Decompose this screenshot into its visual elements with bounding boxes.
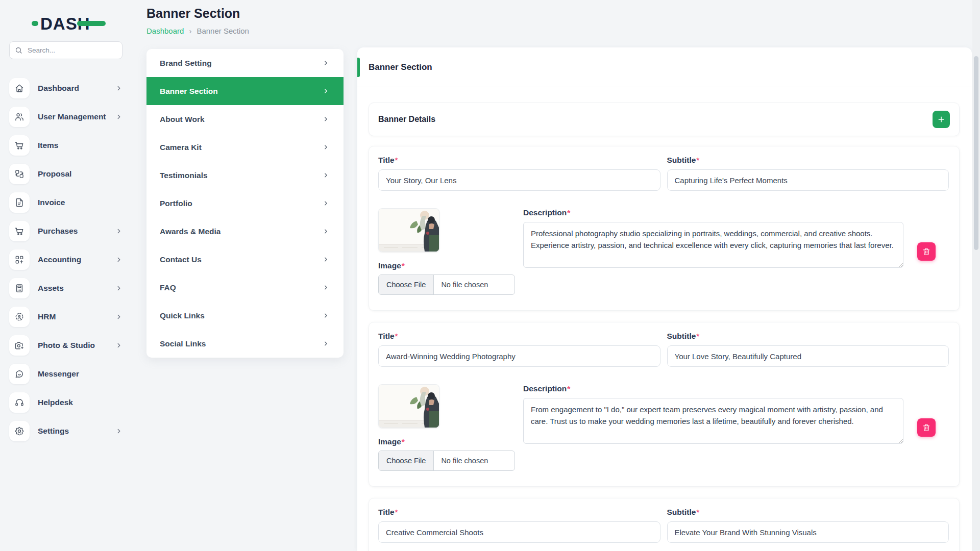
image-file-input[interactable]: Choose File No file chosen (378, 274, 515, 295)
sidebar-item-dashboard[interactable]: Dashboard (0, 74, 132, 103)
card-header: Banner Section (357, 47, 972, 87)
banner-subtitle-input[interactable] (667, 345, 949, 367)
logo-dash-icon (77, 21, 106, 26)
required-asterisk: * (395, 156, 398, 164)
hrm-icon (9, 307, 30, 327)
chevron-right-icon (115, 285, 122, 292)
app-logo[interactable]: DASH (32, 13, 106, 34)
sidebar-item-photo-studio[interactable]: Photo & Studio (0, 331, 132, 360)
menu-item-label: Quick Links (160, 311, 205, 320)
menu-item-brand-setting[interactable]: Brand Setting (146, 49, 344, 77)
breadcrumb-separator: › (189, 27, 191, 35)
sidebar-item-user-management[interactable]: User Management (0, 103, 132, 131)
banner-entry-2: Title* Subtitle* (369, 322, 960, 487)
banner-title-input[interactable] (378, 345, 660, 367)
sidebar-item-assets[interactable]: Assets (0, 274, 132, 303)
menu-item-social-links[interactable]: Social Links (146, 330, 344, 358)
scrollbar-thumb[interactable] (974, 56, 978, 250)
page-scrollbar[interactable] (972, 0, 980, 551)
sidebar-item-purchases[interactable]: Purchases (0, 217, 132, 245)
trash-icon (922, 247, 930, 256)
breadcrumb-dashboard-link[interactable]: Dashboard (146, 27, 184, 35)
sidebar-item-label: Photo & Studio (38, 341, 95, 350)
chevron-right-icon (323, 228, 329, 235)
banner-details-title: Banner Details (378, 115, 435, 124)
sidebar-nav: Dashboard User Management Items Proposal… (0, 74, 132, 445)
description-label: Description* (523, 208, 903, 217)
file-status-text: No file chosen (441, 281, 488, 289)
sidebar-item-messenger[interactable]: Messenger (0, 360, 132, 388)
chevron-right-icon (323, 144, 329, 151)
menu-item-about-work[interactable]: About Work (146, 105, 344, 133)
required-asterisk: * (567, 384, 570, 393)
menu-item-contact-us[interactable]: Contact Us (146, 245, 344, 273)
sidebar-item-settings[interactable]: Settings (0, 417, 132, 445)
delete-banner-button[interactable] (917, 242, 936, 261)
image-file-input[interactable]: Choose File No file chosen (378, 450, 515, 471)
search-box[interactable] (9, 41, 122, 59)
menu-item-label: Portfolio (160, 199, 192, 208)
choose-file-button[interactable]: Choose File (379, 275, 434, 294)
headphones-icon (9, 392, 30, 413)
menu-item-faq[interactable]: FAQ (146, 273, 344, 302)
chevron-right-icon (115, 113, 122, 120)
search-icon (15, 46, 22, 54)
sidebar-item-label: Messenger (38, 369, 79, 379)
banner-description-textarea[interactable]: Professional photography studio speciali… (523, 222, 903, 268)
chevron-right-icon (115, 256, 122, 263)
sidebar-item-label: User Management (38, 112, 106, 121)
menu-item-label: Camera Kit (160, 143, 202, 152)
menu-item-testimonials[interactable]: Testimonials (146, 161, 344, 189)
breadcrumb: Dashboard › Banner Section (146, 27, 249, 35)
menu-item-quick-links[interactable]: Quick Links (146, 302, 344, 330)
chevron-right-icon (115, 228, 122, 235)
menu-item-label: Social Links (160, 339, 206, 348)
sidebar-item-label: Accounting (38, 255, 81, 264)
camera-icon (9, 335, 30, 356)
search-input[interactable] (27, 46, 117, 55)
image-label: Image* (378, 437, 517, 446)
chevron-right-icon (323, 172, 329, 179)
subtitle-label: Subtitle* (667, 332, 949, 341)
menu-item-label: About Work (160, 115, 205, 124)
banner-subtitle-input[interactable] (667, 521, 949, 543)
banner-image-thumbnail (378, 384, 439, 428)
menu-item-portfolio[interactable]: Portfolio (146, 189, 344, 217)
sidebar-item-helpdesk[interactable]: Helpdesk (0, 388, 132, 417)
banner-subtitle-input[interactable] (667, 169, 949, 191)
menu-item-label: Contact Us (160, 255, 202, 264)
page-title: Banner Section (146, 6, 249, 21)
menu-item-camera-kit[interactable]: Camera Kit (146, 133, 344, 161)
banner-description-textarea[interactable]: From engagement to "I do," our expert te… (523, 398, 903, 444)
chevron-right-icon (323, 312, 329, 319)
required-asterisk: * (696, 332, 699, 340)
purchases-icon (9, 221, 30, 241)
section-menu: Brand Setting Banner Section About Work … (146, 49, 344, 358)
title-label: Title* (378, 508, 660, 517)
chevron-right-icon (323, 200, 329, 207)
menu-item-awards-media[interactable]: Awards & Media (146, 217, 344, 245)
banner-title-input[interactable] (378, 521, 660, 543)
sidebar-item-label: Assets (38, 284, 64, 293)
sidebar-item-label: Invoice (38, 198, 65, 207)
proposal-icon (9, 164, 30, 184)
banner-title-input[interactable] (378, 169, 660, 191)
sidebar-item-hrm[interactable]: HRM (0, 303, 132, 331)
menu-item-label: Testimonials (160, 171, 208, 180)
menu-item-label: Brand Setting (160, 59, 212, 68)
menu-item-label: FAQ (160, 283, 176, 292)
chevron-right-icon (323, 284, 329, 291)
trash-icon (922, 423, 930, 432)
delete-banner-button[interactable] (917, 418, 936, 437)
breadcrumb-current: Banner Section (197, 27, 249, 35)
add-banner-button[interactable] (933, 111, 950, 128)
chevron-right-icon (323, 88, 329, 94)
menu-item-banner-section[interactable]: Banner Section (146, 77, 344, 105)
choose-file-button[interactable]: Choose File (379, 451, 434, 470)
sidebar-item-invoice[interactable]: Invoice (0, 188, 132, 217)
sidebar-item-accounting[interactable]: Accounting (0, 245, 132, 274)
sidebar-item-items[interactable]: Items (0, 131, 132, 160)
chevron-right-icon (323, 60, 329, 66)
sidebar-item-proposal[interactable]: Proposal (0, 160, 132, 188)
chevron-right-icon (323, 116, 329, 122)
